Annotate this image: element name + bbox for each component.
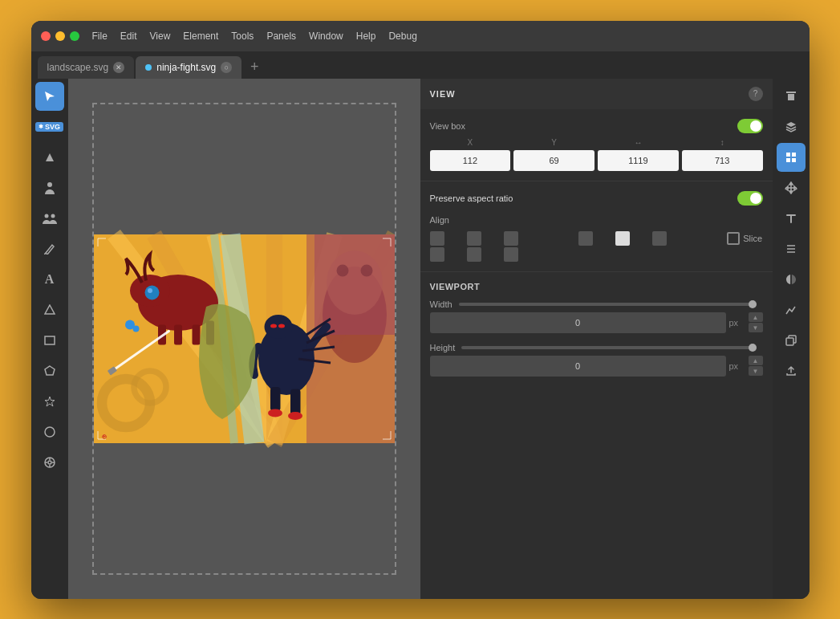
svg-text:⊕: ⊕	[102, 432, 107, 441]
align-gap7	[690, 247, 725, 262]
height-stepper: ▲ ▼	[749, 356, 763, 376]
viewbox-toggle[interactable]	[737, 119, 763, 133]
tabs-bar: landscape.svg ✕ ninja-fight.svg ○ +	[31, 51, 810, 79]
align-tc[interactable]	[467, 231, 481, 246]
align-gap1	[541, 231, 544, 246]
view-panel: VIEW ? View box X Y ↔ ↕	[420, 79, 773, 599]
left-toolbar: ✱ SVG A	[31, 79, 68, 599]
tool-node[interactable]	[35, 143, 64, 172]
tool-target[interactable]	[35, 448, 64, 477]
right-icon-copy[interactable]	[777, 326, 806, 355]
tool-rect[interactable]	[35, 326, 64, 355]
view-help-button[interactable]: ?	[749, 87, 763, 101]
right-icon-type[interactable]	[777, 204, 806, 233]
tool-person[interactable]	[35, 173, 64, 202]
width-step-down[interactable]: ▼	[749, 323, 763, 332]
height-label: Height	[430, 343, 456, 352]
width-input[interactable]	[430, 312, 726, 333]
width-step-up[interactable]: ▲	[749, 312, 763, 322]
align-br[interactable]	[504, 247, 518, 262]
right-icon-export[interactable]	[777, 356, 806, 385]
height-step-down[interactable]: ▼	[749, 366, 763, 376]
viewbox-h-input[interactable]	[682, 150, 763, 171]
right-icon-paint[interactable]	[777, 82, 806, 111]
viewbox-x-input[interactable]	[430, 150, 511, 171]
align-mr[interactable]	[652, 231, 667, 246]
svg-rect-49	[290, 389, 301, 415]
tool-svg-badge-btn[interactable]: ✱ SVG	[35, 112, 64, 141]
svg-point-37	[148, 288, 152, 293]
align-bl[interactable]	[430, 247, 444, 262]
menu-window[interactable]: Window	[309, 31, 343, 42]
tool-select[interactable]	[35, 82, 64, 111]
tool-circle[interactable]	[35, 417, 64, 446]
align-bc[interactable]	[467, 247, 481, 262]
svg-rect-3	[45, 336, 55, 344]
right-icon-list[interactable]	[777, 234, 806, 263]
preserve-aspect-row: Preserve aspect ratio	[430, 191, 763, 206]
tool-triangle[interactable]	[35, 295, 64, 324]
tool-persons[interactable]	[35, 204, 64, 233]
align-section: Align Slice	[430, 212, 763, 262]
align-ml[interactable]	[578, 231, 593, 246]
menu-tools[interactable]: Tools	[231, 31, 254, 42]
right-icon-view-active[interactable]	[777, 143, 806, 172]
menu-help[interactable]: Help	[356, 31, 376, 42]
right-icon-panel	[773, 79, 810, 599]
width-slider-row: Width	[430, 299, 763, 309]
align-tl[interactable]	[430, 231, 444, 246]
right-icon-move[interactable]	[777, 173, 806, 202]
viewbox-h-header: ↕	[682, 138, 763, 147]
align-gap4	[578, 247, 614, 262]
height-step-up[interactable]: ▲	[749, 356, 763, 365]
slice-checkbox[interactable]	[727, 232, 740, 245]
width-stepper: ▲ ▼	[749, 312, 763, 332]
height-slider[interactable]	[461, 346, 756, 349]
menu-element[interactable]: Element	[183, 31, 218, 42]
svg-rect-33	[174, 324, 182, 344]
viewbox-header-row: View box	[430, 119, 763, 133]
width-label: Width	[430, 299, 452, 309]
title-bar: File Edit View Element Tools Panels Wind…	[31, 21, 810, 51]
menu-file[interactable]: File	[92, 31, 108, 42]
menu-panels[interactable]: Panels	[266, 31, 296, 42]
tab-add-button[interactable]: +	[243, 56, 266, 79]
minimize-button[interactable]	[55, 31, 65, 41]
height-slider-thumb[interactable]	[749, 344, 757, 352]
maximize-button[interactable]	[70, 31, 79, 41]
height-input[interactable]	[430, 356, 726, 377]
width-slider[interactable]	[459, 303, 757, 306]
tool-text[interactable]: A	[35, 265, 64, 294]
tool-polygon[interactable]	[35, 356, 64, 385]
view-header: VIEW ?	[420, 79, 773, 109]
viewbox-w-input[interactable]	[598, 150, 679, 171]
viewport-title: Viewport	[430, 282, 763, 291]
align-tr[interactable]	[504, 231, 518, 246]
app-window: File Edit View Element Tools Panels Wind…	[31, 21, 810, 599]
right-icon-layers[interactable]	[777, 112, 806, 141]
svg-rect-57	[786, 158, 790, 162]
close-button[interactable]	[41, 31, 51, 41]
tool-star[interactable]	[35, 387, 64, 416]
right-icon-mask[interactable]	[777, 265, 806, 294]
viewbox-y-header: Y	[513, 138, 594, 147]
canvas-area[interactable]: ⊕	[68, 79, 420, 599]
view-panel-title: VIEW	[430, 89, 456, 99]
align-mc[interactable]	[615, 231, 630, 246]
width-slider-thumb[interactable]	[749, 300, 757, 308]
svg-point-1	[44, 214, 48, 218]
preserve-aspect-toggle[interactable]	[737, 191, 763, 206]
tool-pencil[interactable]	[35, 234, 64, 263]
menu-debug[interactable]: Debug	[388, 31, 416, 42]
right-icon-graph[interactable]	[777, 295, 806, 324]
menu-edit[interactable]: Edit	[120, 31, 137, 42]
tab-ninja[interactable]: ninja-fight.svg ○	[136, 56, 241, 79]
tab-landscape[interactable]: landscape.svg ✕	[38, 56, 135, 79]
tab-landscape-close[interactable]: ✕	[113, 62, 124, 73]
menu-view[interactable]: View	[150, 31, 171, 42]
svg-point-2	[51, 214, 55, 218]
svg-point-43	[278, 324, 285, 328]
viewbox-y-input[interactable]	[513, 150, 594, 171]
tab-ninja-close[interactable]: ○	[221, 62, 232, 73]
svg-point-39	[132, 325, 139, 332]
